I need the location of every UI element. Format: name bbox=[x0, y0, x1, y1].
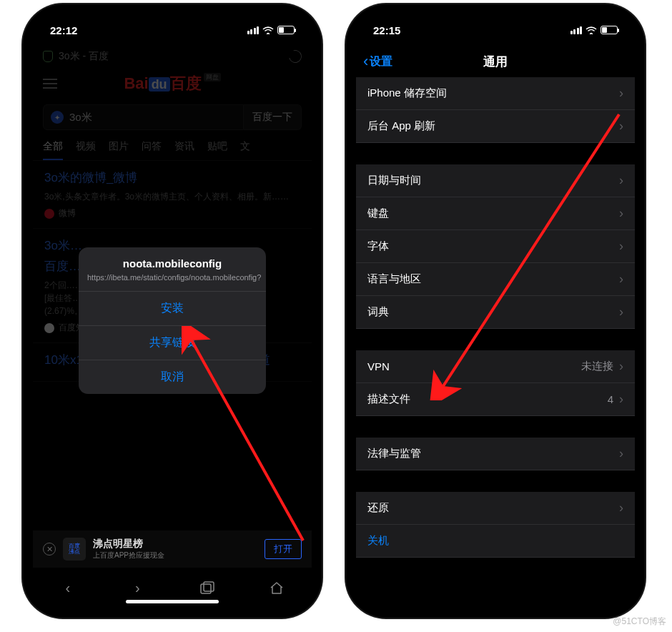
nav-home-icon[interactable] bbox=[269, 580, 285, 596]
chevron-right-icon: › bbox=[619, 359, 623, 374]
search-row: ✦ 3o米 百度一下 bbox=[33, 100, 312, 134]
nav-back-button[interactable]: ‹ 设置 bbox=[363, 54, 392, 69]
notch bbox=[104, 14, 240, 34]
open-button[interactable]: 打开 bbox=[265, 539, 302, 559]
notch bbox=[428, 14, 563, 34]
chevron-right-icon: › bbox=[619, 446, 623, 461]
sheet-title: noota.mobileconfig bbox=[87, 257, 257, 270]
hamburger-icon[interactable] bbox=[43, 79, 57, 89]
chevron-right-icon: › bbox=[619, 239, 623, 254]
chevron-right-icon: › bbox=[619, 272, 623, 287]
cell-profile[interactable]: 描述文件 4› bbox=[356, 383, 635, 416]
install-button[interactable]: 安装 bbox=[79, 292, 266, 326]
tab-more[interactable]: 文 bbox=[240, 140, 250, 160]
signal-icon bbox=[570, 26, 583, 34]
wifi-icon bbox=[585, 24, 597, 36]
tab-qa[interactable]: 问答 bbox=[142, 140, 162, 160]
chevron-right-icon: › bbox=[619, 500, 623, 515]
settings-list: iPhone 储存空间 › 后台 App 刷新 › 日期与时间 › 键盘 › 字… bbox=[356, 77, 635, 558]
banner-text: 沸点明星榜 上百度APP抢应援现金 bbox=[93, 538, 257, 561]
watermark: @51CTO博客 bbox=[613, 616, 666, 628]
svg-rect-1 bbox=[204, 582, 214, 591]
result-meta: 3o米,头条文章作者。3o米的微博主页、个人资料、相册。新…… bbox=[44, 190, 300, 203]
search-button[interactable]: 百度一下 bbox=[244, 104, 302, 130]
status-time: 22:15 bbox=[373, 24, 400, 36]
cell-background-refresh[interactable]: 后台 App 刷新 › bbox=[356, 110, 635, 143]
cell-shutdown[interactable]: 关机 › bbox=[356, 525, 635, 558]
status-time: 22:12 bbox=[50, 24, 77, 36]
weibo-icon bbox=[44, 209, 54, 219]
cell-reset[interactable]: 还原 › bbox=[356, 492, 635, 525]
zhidao-icon bbox=[44, 323, 54, 333]
nav-header: ‹ 设置 通用 bbox=[356, 46, 635, 77]
nav-forward-icon[interactable]: › bbox=[129, 580, 145, 596]
cell-dictionary[interactable]: 词典 › bbox=[356, 296, 635, 329]
tab-tieba[interactable]: 贴吧 bbox=[207, 140, 227, 160]
cell-keyboard[interactable]: 键盘 › bbox=[356, 197, 635, 230]
tab-news[interactable]: 资讯 bbox=[174, 140, 194, 160]
search-value: 3o米 bbox=[69, 111, 92, 124]
chevron-right-icon: › bbox=[619, 206, 623, 221]
page-title: 通用 bbox=[483, 54, 508, 70]
phone-left: 22:12 3o米 - 百度 Baidu百度网盘 ✦ bbox=[23, 4, 322, 618]
battery-icon bbox=[277, 26, 295, 34]
chevron-right-icon: › bbox=[619, 119, 623, 134]
chevron-right-icon: › bbox=[619, 86, 623, 101]
share-button[interactable]: 共享链接 bbox=[79, 326, 266, 360]
paw-icon: ✦ bbox=[51, 111, 64, 124]
chevron-right-icon: › bbox=[619, 173, 623, 188]
cell-legal[interactable]: 法律与监管 › bbox=[356, 438, 635, 470]
reload-icon[interactable] bbox=[287, 48, 305, 66]
phone-right: 22:15 ‹ 设置 通用 iPhone 储存空间 › 后台 App 刷 bbox=[346, 4, 645, 618]
result-title: 3o米的微博_微博 bbox=[44, 169, 300, 186]
search-input[interactable]: ✦ 3o米 bbox=[43, 104, 244, 130]
chevron-left-icon: ‹ bbox=[363, 54, 368, 69]
result-source: 微博 bbox=[44, 207, 300, 219]
status-right bbox=[247, 24, 295, 36]
result-tabs: 全部 视频 图片 问答 资讯 贴吧 文 bbox=[33, 134, 312, 161]
chevron-right-icon: › bbox=[619, 392, 623, 407]
cell-storage[interactable]: iPhone 储存空间 › bbox=[356, 77, 635, 110]
tab-video[interactable]: 视频 bbox=[76, 140, 96, 160]
cancel-button[interactable]: 取消 bbox=[79, 360, 266, 394]
app-icon: 百度 沸点 bbox=[63, 538, 86, 561]
section-gap bbox=[356, 470, 635, 492]
cell-language-region[interactable]: 语言与地区 › bbox=[356, 263, 635, 296]
signal-icon bbox=[247, 26, 260, 34]
chevron-right-icon: › bbox=[619, 305, 623, 320]
search-result-1[interactable]: 3o米的微博_微博 3o米,头条文章作者。3o米的微博主页、个人资料、相册。新…… bbox=[33, 161, 312, 229]
battery-icon bbox=[601, 26, 618, 34]
section-gap bbox=[356, 329, 635, 350]
nav-back-icon[interactable]: ‹ bbox=[60, 580, 76, 596]
status-right bbox=[570, 24, 618, 36]
cell-vpn[interactable]: VPN 未连接› bbox=[356, 350, 635, 383]
app-banner: ✕ 百度 沸点 沸点明星榜 上百度APP抢应援现金 打开 bbox=[33, 530, 312, 568]
baidu-logo[interactable]: Baidu百度网盘 bbox=[57, 73, 287, 94]
sheet-url: https://ibeta.me/static/configs/noota.mo… bbox=[87, 272, 257, 282]
cell-fonts[interactable]: 字体 › bbox=[356, 230, 635, 263]
close-icon[interactable]: ✕ bbox=[43, 543, 56, 556]
home-indicator[interactable] bbox=[126, 600, 219, 603]
sheet-header: noota.mobileconfig https://ibeta.me/stat… bbox=[79, 247, 266, 292]
wifi-icon bbox=[262, 24, 274, 36]
download-sheet: noota.mobileconfig https://ibeta.me/stat… bbox=[79, 247, 266, 394]
page-header: Baidu百度网盘 bbox=[33, 67, 312, 100]
browser-url-bar: 3o米 - 百度 bbox=[33, 46, 312, 67]
screen-right: 22:15 ‹ 设置 通用 iPhone 储存空间 › 后台 App 刷 bbox=[356, 14, 635, 608]
screen-left: 22:12 3o米 - 百度 Baidu百度网盘 ✦ bbox=[33, 14, 312, 608]
url-text[interactable]: 3o米 - 百度 bbox=[59, 50, 283, 63]
nav-tabs-icon[interactable] bbox=[199, 580, 215, 596]
shield-icon bbox=[43, 51, 53, 62]
section-gap bbox=[356, 143, 635, 164]
svg-rect-0 bbox=[201, 584, 211, 593]
section-gap bbox=[356, 416, 635, 438]
tab-all[interactable]: 全部 bbox=[43, 140, 63, 160]
cell-date-time[interactable]: 日期与时间 › bbox=[356, 164, 635, 197]
tab-image[interactable]: 图片 bbox=[109, 140, 129, 160]
